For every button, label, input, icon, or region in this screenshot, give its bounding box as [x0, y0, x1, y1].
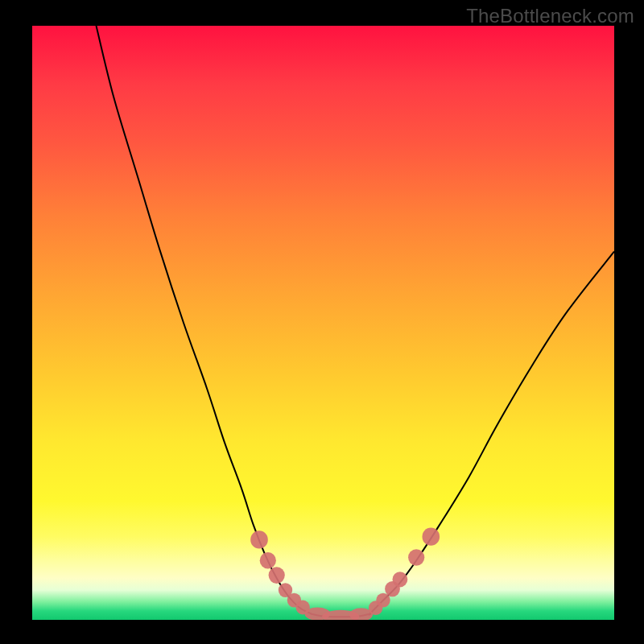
data-point-dot [423, 528, 440, 546]
watermark-text: TheBottleneck.com [466, 5, 634, 27]
outer-frame: TheBottleneck.com [0, 0, 644, 644]
bottleneck-curve [97, 26, 615, 617]
data-point-dot [269, 567, 285, 584]
chart-area [32, 26, 614, 620]
data-point-dot [260, 552, 276, 569]
data-point-dot [408, 549, 424, 566]
data-point-dot [393, 572, 408, 587]
data-point-dot [250, 530, 268, 548]
chart-svg [32, 26, 614, 620]
